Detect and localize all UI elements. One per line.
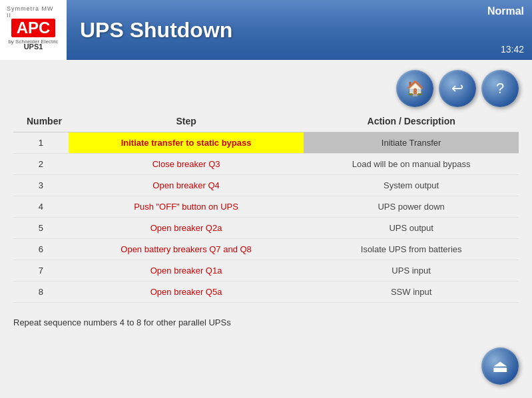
power-button[interactable]: ⏏ bbox=[481, 347, 519, 385]
row-number: 1 bbox=[13, 132, 69, 154]
row-step: Open breaker Q5a bbox=[69, 282, 304, 303]
row-action: UPS power down bbox=[304, 196, 519, 218]
table-row: 7Open breaker Q1aUPS input bbox=[13, 260, 519, 282]
row-step: Push "OFF" button on UPS bbox=[69, 196, 304, 218]
row-action: UPS output bbox=[304, 218, 519, 239]
row-action: Isolate UPS from batteries bbox=[304, 239, 519, 260]
row-number: 8 bbox=[13, 282, 69, 303]
back-icon: ↩ bbox=[451, 80, 463, 97]
home-button[interactable]: 🏠 bbox=[396, 70, 433, 107]
row-number: 6 bbox=[13, 239, 69, 260]
help-button[interactable]: ? bbox=[481, 70, 519, 107]
row-step: Open battery breakers Q7 and Q8 bbox=[69, 239, 304, 260]
power-icon: ⏏ bbox=[492, 356, 509, 377]
steps-table: Number Step Action / Description 1Initia… bbox=[13, 110, 519, 303]
row-action: System output bbox=[304, 175, 519, 196]
row-action: UPS input bbox=[304, 260, 519, 282]
header-right: Normal 13:42 bbox=[479, 0, 532, 60]
table-row: 3Open breaker Q4System output bbox=[13, 175, 519, 196]
row-action: SSW input bbox=[304, 282, 519, 303]
table-row: 6Open battery breakers Q7 and Q8Isolate … bbox=[13, 239, 519, 260]
logo-main-text: APC bbox=[11, 19, 56, 37]
col-number: Number bbox=[13, 110, 69, 132]
logo-top-text: Symmetra MW II bbox=[7, 5, 60, 19]
status-badge: Normal bbox=[487, 5, 524, 17]
table-row[interactable]: 1Initiate transfer to static bypassIniti… bbox=[13, 132, 519, 154]
row-action: Load will be on manual bypass bbox=[304, 154, 519, 175]
row-number: 4 bbox=[13, 196, 69, 218]
row-step: Open breaker Q1a bbox=[69, 260, 304, 282]
header: Symmetra MW II APC by Schneider Electric… bbox=[0, 0, 532, 60]
table-row: 2Close breaker Q3Load will be on manual … bbox=[13, 154, 519, 175]
time-display: 13:42 bbox=[501, 44, 524, 55]
table-row: 4Push "OFF" button on UPSUPS power down bbox=[13, 196, 519, 218]
content-area: Number Step Action / Description 1Initia… bbox=[0, 110, 532, 309]
row-number: 2 bbox=[13, 154, 69, 175]
row-step[interactable]: Initiate transfer to static bypass bbox=[69, 132, 304, 154]
table-row: 8Open breaker Q5aSSW input bbox=[13, 282, 519, 303]
nav-buttons: 🏠 ↩ ? bbox=[0, 60, 532, 110]
row-number: 7 bbox=[13, 260, 69, 282]
back-button[interactable]: ↩ bbox=[439, 70, 476, 107]
row-number: 3 bbox=[13, 175, 69, 196]
help-icon: ? bbox=[496, 80, 504, 97]
row-step: Open breaker Q4 bbox=[69, 175, 304, 196]
apc-logo: Symmetra MW II APC by Schneider Electric bbox=[7, 10, 60, 40]
header-title-area: UPS Shutdown bbox=[67, 0, 479, 60]
col-action: Action / Description bbox=[304, 110, 519, 132]
row-step: Close breaker Q3 bbox=[69, 154, 304, 175]
row-action: Initiate Transfer bbox=[304, 132, 519, 154]
col-step: Step bbox=[69, 110, 304, 132]
row-number: 5 bbox=[13, 218, 69, 239]
footer-note: Repeat sequence numbers 4 to 8 for other… bbox=[0, 309, 532, 335]
page-title: UPS Shutdown bbox=[80, 18, 232, 43]
footer-note-text: Repeat sequence numbers 4 to 8 for other… bbox=[13, 317, 231, 327]
home-icon: 🏠 bbox=[406, 80, 424, 97]
row-step: Open breaker Q2a bbox=[69, 218, 304, 239]
bottom-icon-container: ⏏ bbox=[481, 347, 519, 385]
table-row: 5Open breaker Q2aUPS output bbox=[13, 218, 519, 239]
ups-id-label: UPS1 bbox=[24, 43, 43, 51]
logo-area: Symmetra MW II APC by Schneider Electric… bbox=[0, 0, 67, 60]
